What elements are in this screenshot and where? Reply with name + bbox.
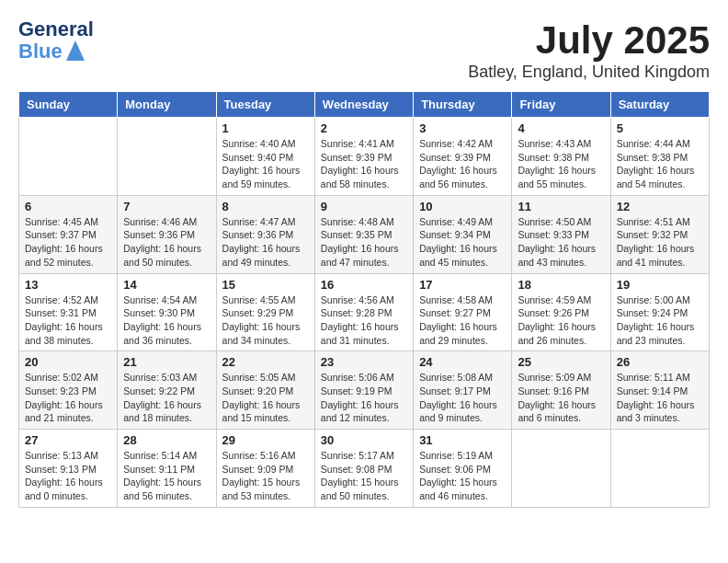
weekday-header-tuesday: Tuesday: [216, 92, 314, 118]
day-number: 22: [222, 355, 309, 369]
day-number: 29: [222, 433, 309, 447]
calendar-cell: 12Sunrise: 4:51 AM Sunset: 9:32 PM Dayli…: [610, 195, 709, 273]
logo-label: General Blue: [18, 18, 94, 63]
logo-blue: Blue: [18, 40, 63, 63]
calendar-cell: 28Sunrise: 5:14 AM Sunset: 9:11 PM Dayli…: [118, 430, 216, 508]
calendar-cell: 17Sunrise: 4:58 AM Sunset: 9:27 PM Dayli…: [414, 273, 512, 351]
calendar-cell: 22Sunrise: 5:05 AM Sunset: 9:20 PM Dayli…: [216, 351, 314, 430]
logo-triangle-icon: [66, 40, 85, 61]
day-info: Sunrise: 5:13 AM Sunset: 9:13 PM Dayligh…: [25, 449, 111, 503]
calendar-table: SundayMondayTuesdayWednesdayThursdayFrid…: [18, 91, 710, 508]
day-info: Sunrise: 4:44 AM Sunset: 9:38 PM Dayligh…: [617, 137, 703, 191]
day-info: Sunrise: 4:52 AM Sunset: 9:31 PM Dayligh…: [25, 293, 111, 348]
day-info: Sunrise: 4:48 AM Sunset: 9:35 PM Dayligh…: [321, 215, 407, 270]
calendar-week-row: 1Sunrise: 4:40 AM Sunset: 9:40 PM Daylig…: [19, 118, 710, 196]
day-info: Sunrise: 4:49 AM Sunset: 9:34 PM Dayligh…: [419, 215, 506, 270]
day-number: 17: [419, 278, 506, 292]
day-number: 7: [123, 200, 210, 213]
day-info: Sunrise: 4:56 AM Sunset: 9:28 PM Dayligh…: [321, 293, 407, 348]
calendar-week-row: 6Sunrise: 4:45 AM Sunset: 9:37 PM Daylig…: [19, 195, 710, 273]
calendar-cell: 10Sunrise: 4:49 AM Sunset: 9:34 PM Dayli…: [414, 195, 512, 273]
day-number: 18: [518, 278, 604, 292]
calendar-cell: 7Sunrise: 4:46 AM Sunset: 9:36 PM Daylig…: [118, 195, 216, 273]
weekday-header-sunday: Sunday: [19, 92, 118, 118]
day-info: Sunrise: 5:16 AM Sunset: 9:09 PM Dayligh…: [222, 449, 309, 503]
calendar-cell: 5Sunrise: 4:44 AM Sunset: 9:38 PM Daylig…: [610, 118, 709, 196]
day-number: 21: [123, 355, 210, 369]
calendar-cell: 23Sunrise: 5:06 AM Sunset: 9:19 PM Dayli…: [314, 351, 413, 430]
day-info: Sunrise: 5:17 AM Sunset: 9:08 PM Dayligh…: [321, 449, 407, 503]
day-info: Sunrise: 5:19 AM Sunset: 9:06 PM Dayligh…: [419, 449, 506, 503]
svg-marker-0: [66, 40, 85, 61]
day-info: Sunrise: 4:54 AM Sunset: 9:30 PM Dayligh…: [123, 293, 210, 348]
day-number: 26: [617, 355, 703, 369]
weekday-header-monday: Monday: [118, 92, 216, 118]
day-info: Sunrise: 4:45 AM Sunset: 9:37 PM Dayligh…: [25, 215, 111, 270]
calendar-cell: 29Sunrise: 5:16 AM Sunset: 9:09 PM Dayli…: [216, 430, 314, 508]
calendar-cell: 6Sunrise: 4:45 AM Sunset: 9:37 PM Daylig…: [19, 195, 118, 273]
logo-text-block: General Blue: [18, 18, 94, 63]
weekday-header-row: SundayMondayTuesdayWednesdayThursdayFrid…: [19, 92, 710, 118]
calendar-cell: 4Sunrise: 4:43 AM Sunset: 9:38 PM Daylig…: [512, 118, 610, 196]
calendar-week-row: 20Sunrise: 5:02 AM Sunset: 9:23 PM Dayli…: [19, 351, 710, 430]
day-number: 19: [617, 278, 703, 292]
weekday-header-saturday: Saturday: [610, 92, 709, 118]
day-info: Sunrise: 5:02 AM Sunset: 9:23 PM Dayligh…: [25, 371, 111, 425]
day-number: 12: [617, 200, 703, 213]
calendar-cell: 25Sunrise: 5:09 AM Sunset: 9:16 PM Dayli…: [512, 351, 610, 430]
day-info: Sunrise: 5:06 AM Sunset: 9:19 PM Dayligh…: [321, 371, 407, 425]
calendar-cell: 20Sunrise: 5:02 AM Sunset: 9:23 PM Dayli…: [19, 351, 118, 430]
calendar-cell: 9Sunrise: 4:48 AM Sunset: 9:35 PM Daylig…: [314, 195, 413, 273]
day-number: 30: [321, 433, 407, 447]
calendar-cell: 14Sunrise: 4:54 AM Sunset: 9:30 PM Dayli…: [118, 273, 216, 351]
day-info: Sunrise: 4:47 AM Sunset: 9:36 PM Dayligh…: [222, 215, 309, 270]
day-info: Sunrise: 5:00 AM Sunset: 9:24 PM Dayligh…: [617, 293, 703, 348]
day-info: Sunrise: 4:51 AM Sunset: 9:32 PM Dayligh…: [617, 215, 703, 270]
day-number: 9: [321, 200, 407, 213]
day-number: 10: [419, 200, 506, 213]
calendar-cell: 26Sunrise: 5:11 AM Sunset: 9:14 PM Dayli…: [610, 351, 709, 430]
day-number: 6: [25, 200, 111, 213]
title-area: July 2025 Batley, England, United Kingdo…: [468, 18, 710, 82]
calendar-cell: 18Sunrise: 4:59 AM Sunset: 9:26 PM Dayli…: [512, 273, 610, 351]
logo: General Blue: [18, 18, 94, 63]
day-info: Sunrise: 5:08 AM Sunset: 9:17 PM Dayligh…: [419, 371, 506, 425]
day-number: 3: [419, 121, 506, 135]
day-info: Sunrise: 4:59 AM Sunset: 9:26 PM Dayligh…: [518, 293, 604, 348]
calendar-cell: 24Sunrise: 5:08 AM Sunset: 9:17 PM Dayli…: [414, 351, 512, 430]
day-info: Sunrise: 4:55 AM Sunset: 9:29 PM Dayligh…: [222, 293, 309, 348]
calendar-cell: [19, 118, 118, 196]
calendar-week-row: 27Sunrise: 5:13 AM Sunset: 9:13 PM Dayli…: [19, 430, 710, 508]
month-title: July 2025: [468, 18, 710, 63]
day-number: 25: [518, 355, 604, 369]
day-info: Sunrise: 4:43 AM Sunset: 9:38 PM Dayligh…: [518, 137, 604, 191]
calendar-cell: 13Sunrise: 4:52 AM Sunset: 9:31 PM Dayli…: [19, 273, 118, 351]
day-number: 20: [25, 355, 111, 369]
day-info: Sunrise: 4:41 AM Sunset: 9:39 PM Dayligh…: [321, 137, 407, 191]
day-number: 2: [321, 121, 407, 135]
day-info: Sunrise: 5:05 AM Sunset: 9:20 PM Dayligh…: [222, 371, 309, 425]
calendar-cell: 15Sunrise: 4:55 AM Sunset: 9:29 PM Dayli…: [216, 273, 314, 351]
location-subtitle: Batley, England, United Kingdom: [468, 63, 710, 82]
calendar-cell: 21Sunrise: 5:03 AM Sunset: 9:22 PM Dayli…: [118, 351, 216, 430]
day-number: 1: [222, 121, 309, 135]
weekday-header-thursday: Thursday: [414, 92, 512, 118]
calendar-cell: [512, 430, 610, 508]
day-number: 16: [321, 278, 407, 292]
day-number: 11: [518, 200, 604, 213]
calendar-cell: 19Sunrise: 5:00 AM Sunset: 9:24 PM Dayli…: [610, 273, 709, 351]
calendar-cell: 27Sunrise: 5:13 AM Sunset: 9:13 PM Dayli…: [19, 430, 118, 508]
weekday-header-friday: Friday: [512, 92, 610, 118]
day-number: 14: [123, 278, 210, 292]
day-number: 13: [25, 278, 111, 292]
day-number: 15: [222, 278, 309, 292]
calendar-cell: [610, 430, 709, 508]
calendar-cell: 1Sunrise: 4:40 AM Sunset: 9:40 PM Daylig…: [216, 118, 314, 196]
calendar-cell: 30Sunrise: 5:17 AM Sunset: 9:08 PM Dayli…: [314, 430, 413, 508]
day-info: Sunrise: 5:11 AM Sunset: 9:14 PM Dayligh…: [617, 371, 703, 425]
day-info: Sunrise: 4:46 AM Sunset: 9:36 PM Dayligh…: [123, 215, 210, 270]
day-info: Sunrise: 4:40 AM Sunset: 9:40 PM Dayligh…: [222, 137, 309, 191]
day-info: Sunrise: 5:03 AM Sunset: 9:22 PM Dayligh…: [123, 371, 210, 425]
day-info: Sunrise: 4:50 AM Sunset: 9:33 PM Dayligh…: [518, 215, 604, 270]
day-number: 27: [25, 433, 111, 447]
